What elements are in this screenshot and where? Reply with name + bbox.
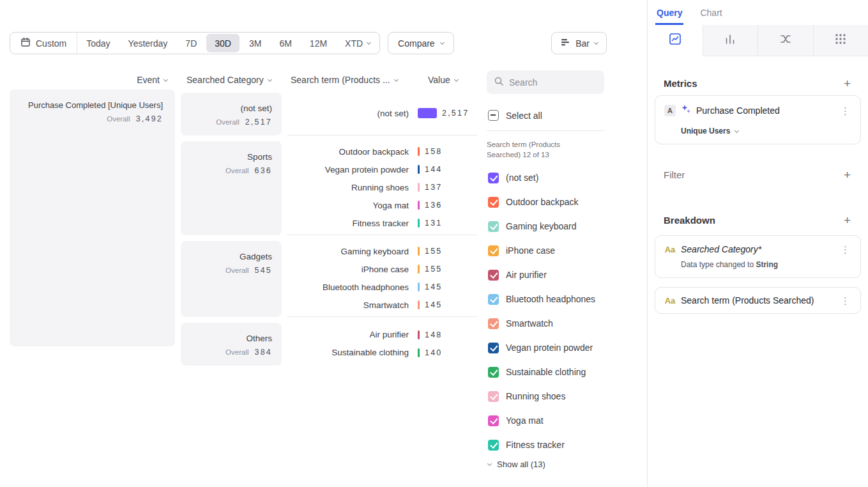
tab-flows[interactable] [758,25,814,56]
select-all-toggle[interactable]: Select all [487,110,604,121]
date-range-6m[interactable]: 6M [271,34,300,52]
term-row[interactable]: Running shoes 137 [287,178,477,196]
legend-checkbox[interactable] [488,367,499,378]
date-range-7d[interactable]: 7D [177,34,205,52]
legend-checkbox[interactable] [488,197,499,208]
value-cell: 144 [418,165,442,174]
legend-checkbox[interactable] [488,415,499,426]
legend-checkbox[interactable] [488,245,499,256]
date-range-today[interactable]: Today [78,34,118,52]
string-type-icon: Aa [664,245,676,254]
legend-checkbox[interactable] [488,294,499,305]
legend-item[interactable]: Bluetooth headphones [487,287,604,311]
custom-date-button[interactable]: Custom [10,33,77,54]
add-metric-button[interactable]: + [842,77,852,89]
measure-dropdown[interactable]: Unique Users [681,127,851,135]
legend-item[interactable]: iPhone case [487,238,604,263]
select-all-checkbox[interactable] [488,110,499,121]
legend-item[interactable]: Vegan protein powder [487,336,604,360]
compare-button[interactable]: Compare [388,32,454,54]
term-label: Smartwatch [287,300,409,310]
chart-type-selector[interactable]: Bar [551,32,607,54]
show-all-button[interactable]: Show all (13) [487,460,604,469]
category-name: Gadgets [190,252,272,261]
category-name: Sports [190,152,272,162]
column-header-category[interactable]: Searched Category [187,75,271,85]
term-row[interactable]: Vegan protein powder 144 [287,160,477,178]
tab-retention[interactable] [814,25,868,56]
value-bar [418,247,420,256]
legend-item[interactable]: Sustainable clothing [487,360,604,384]
legend-item-label: Fitness tracker [506,440,565,450]
line-chart-icon [668,32,682,49]
dot-grid-icon [834,32,848,49]
column-header-term[interactable]: Search term (Products ... [291,75,398,85]
tab-funnels[interactable] [703,25,759,56]
legend-checkbox[interactable] [488,343,499,353]
term-row[interactable]: iPhone case 155 [287,260,477,278]
legend-item[interactable]: Fitness tracker [487,433,604,457]
legend-item-label: Outdoor backpack [506,197,579,207]
select-all-label: Select all [506,111,542,121]
overall-label: Overall [225,167,248,174]
value-cell: 136 [418,201,442,210]
legend-checkbox[interactable] [488,173,499,183]
legend-item-label: Smartwatch [506,318,553,329]
legend-item[interactable]: Outdoor backpack [487,190,604,214]
category-group: (not set) Overall 2,517 (not set) 2,517 [181,93,477,135]
legend-item[interactable]: Gaming keyboard [487,214,604,238]
metric-card[interactable]: A Purchase Completed ⋮ Unique Users [655,95,861,144]
breakdown-options-button[interactable]: ⋮ [839,296,851,305]
legend-checkbox[interactable] [488,440,499,451]
term-row[interactable]: Gaming keyboard 155 [287,242,477,260]
add-breakdown-button[interactable]: + [842,214,852,226]
metric-options-button[interactable]: ⋮ [839,106,851,116]
date-range-30d[interactable]: 30D [206,34,240,52]
category-cell[interactable]: (not set) Overall 2,517 [181,93,282,135]
breakdown-card-category[interactable]: Aa Searched Category* ⋮ Data type change… [655,235,861,278]
value-number: 144 [425,165,442,174]
term-row[interactable]: (not set) 2,517 [287,104,477,122]
term-row[interactable]: Smartwatch 145 [287,296,477,314]
tab-query[interactable]: Query [655,8,683,25]
event-cell[interactable]: Purchase Completed [Unique Users] Overal… [10,89,175,346]
term-row[interactable]: Fitness tracker 131 [287,214,477,232]
legend-item[interactable]: Air purifier [487,263,604,287]
tab-chart[interactable]: Chart [699,8,723,25]
legend-item[interactable]: Yoga mat [487,408,604,433]
column-header-event[interactable]: Event [10,75,167,85]
date-range-yesterday[interactable]: Yesterday [120,34,176,52]
legend-item-label: Yoga mat [506,415,544,426]
value-cell: 140 [418,348,442,357]
legend-item[interactable]: Smartwatch [487,311,604,336]
date-range-dropdown[interactable]: XTD [336,34,379,52]
chevron-down-icon [268,77,272,81]
legend-checkbox[interactable] [488,391,499,402]
tab-insights[interactable] [648,25,703,56]
legend-checkbox[interactable] [488,221,499,232]
toolbar: Custom TodayYesterday7D30D3M6M12M XTD Co… [10,32,454,54]
term-row[interactable]: Outdoor backpack 158 [287,143,477,160]
add-filter-button[interactable]: + [842,169,852,181]
breakdown-card-term[interactable]: Aa Search term (Products Searched) ⋮ [655,287,861,314]
legend-item[interactable]: Running shoes [487,384,604,408]
breakdown-options-button[interactable]: ⋮ [839,245,851,254]
legend-item[interactable]: (not set) [487,166,604,190]
term-label: Running shoes [287,183,409,192]
term-row[interactable]: Air purifier 148 [287,326,477,344]
search-input[interactable] [509,77,597,88]
column-header-value[interactable]: Value [428,75,458,85]
term-row[interactable]: Bluetooth headphones 145 [287,278,477,296]
term-row[interactable]: Sustainable clothing 140 [287,344,477,362]
legend-checkbox[interactable] [488,270,499,281]
term-row[interactable]: Yoga mat 136 [287,196,477,214]
date-range-3m[interactable]: 3M [241,34,270,52]
category-cell[interactable]: Sports Overall 636 [181,141,282,235]
value-number: 155 [425,247,442,256]
date-range-12m[interactable]: 12M [301,34,335,52]
category-overall: 636 [255,166,272,175]
metric-event-label: Purchase Completed [696,105,834,116]
category-cell[interactable]: Gadgets Overall 545 [181,241,282,317]
legend-checkbox[interactable] [488,318,499,329]
category-cell[interactable]: Others Overall 384 [181,323,282,366]
